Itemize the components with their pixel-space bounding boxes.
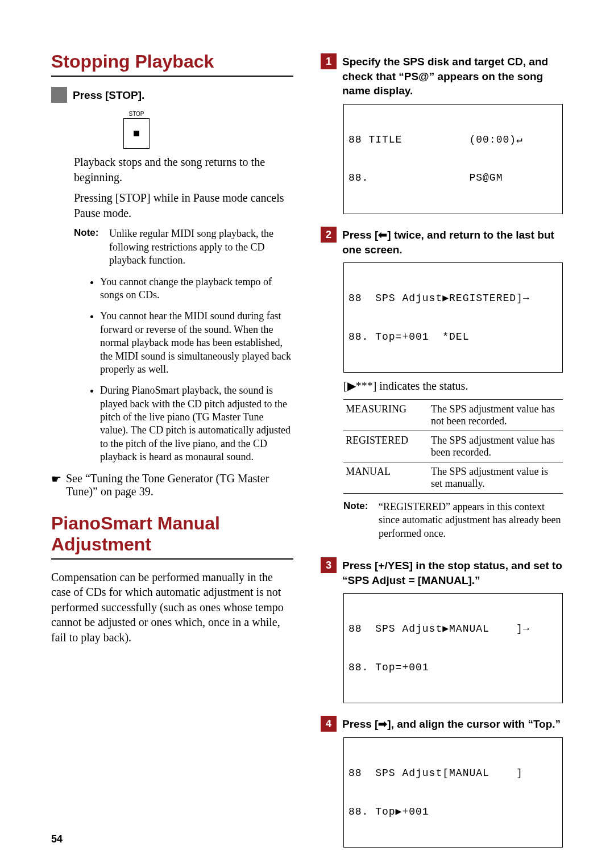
note-intro: Unlike regular MIDI song playback, the f… <box>109 227 293 267</box>
table-row: MANUAL The SPS adjustment value is set m… <box>343 462 563 493</box>
step-number: 4 <box>321 716 337 732</box>
status-val: The SPS adjustment value has been record… <box>429 431 563 462</box>
stop-icon <box>134 131 139 136</box>
stop-button-graphic <box>123 118 150 149</box>
step-number: 1 <box>321 53 337 69</box>
divider <box>51 558 293 560</box>
lcd-display-2: 88 SPS Adjust▶REGISTERED]→ 88. Top=+001 … <box>343 262 563 373</box>
para-playback-stops: Playback stops and the song returns to t… <box>74 155 293 185</box>
list-item: During PianoSmart playback, the sound is… <box>100 384 293 464</box>
step-1: 1 Specify the SPS disk and target CD, an… <box>321 53 563 98</box>
lcd-line: 88 SPS Adjust▶REGISTERED]→ <box>349 292 530 305</box>
table-row: REGISTERED The SPS adjustment value has … <box>343 431 563 462</box>
status-val: The SPS adjustment value is set manually… <box>429 462 563 493</box>
stop-label: STOP <box>108 111 165 117</box>
lcd-display-4: 88 SPS Adjust[MANUAL ] 88. Top▶+001 <box>343 737 563 848</box>
step-number-blank <box>51 87 67 103</box>
lcd-line: 88 SPS Adjust▶MANUAL ]→ <box>349 623 530 636</box>
step-2: 2 Press [⬅] twice, and return to the las… <box>321 227 563 257</box>
table-row: MEASURING The SPS adjustment value has n… <box>343 399 563 431</box>
restriction-list: You cannot change the playback tempo of … <box>90 276 293 464</box>
lcd-line: 88. Top=+001 <box>349 661 429 674</box>
status-key: MEASURING <box>343 399 429 431</box>
lcd-display-3: 88 SPS Adjust▶MANUAL ]→ 88. Top=+001 <box>343 593 563 703</box>
see-reference: ☛ See “Tuning the Tone Generator (TG Mas… <box>51 472 293 498</box>
status-key: REGISTERED <box>343 431 429 462</box>
stop-button-figure: STOP <box>108 111 165 149</box>
right-column: 1 Specify the SPS disk and target CD, an… <box>321 51 563 853</box>
list-item: You cannot hear the MIDI sound during fa… <box>100 310 293 376</box>
see-text: See “Tuning the Tone Generator (TG Maste… <box>66 472 293 498</box>
lcd-display-1: 88 TITLE (00:00)↵ 88. PS@GM <box>343 104 563 214</box>
para-pause-cancel: Pressing [STOP] while in Pause mode canc… <box>74 190 293 220</box>
step-1-title: Specify the SPS disk and target CD, and … <box>342 55 563 98</box>
left-column: Stopping Playback Press [STOP]. STOP Pla… <box>51 51 293 853</box>
list-item: You cannot change the playback tempo of … <box>100 276 293 302</box>
step-title-press-stop: Press [STOP]. <box>73 88 144 103</box>
step-number: 2 <box>321 227 337 243</box>
hand-pointer-icon: ☛ <box>51 473 61 498</box>
section-title-stopping-playback: Stopping Playback <box>51 51 293 72</box>
lcd-line: 88 SPS Adjust[MANUAL ] <box>349 767 523 780</box>
step-3-title: Press [+/YES] in the stop status, and se… <box>342 558 563 587</box>
lcd-line: 88. PS@GM <box>349 172 503 185</box>
page-number: 54 <box>51 833 63 845</box>
para-compensation: Compensation can be performed manually i… <box>51 570 293 645</box>
status-val: The SPS adjustment value has not been re… <box>429 399 563 431</box>
note-label: Note: <box>74 227 103 267</box>
step-4: 4 Press [➡], and align the cursor with “… <box>321 716 563 732</box>
status-table: MEASURING The SPS adjustment value has n… <box>343 399 563 494</box>
lcd-line: 88 TITLE (00:00)↵ <box>349 133 523 147</box>
status-key: MANUAL <box>343 462 429 493</box>
note-registered: Note: “REGISTERED” appears in this conte… <box>343 500 563 540</box>
note-text: “REGISTERED” appears in this context sin… <box>379 500 563 540</box>
divider <box>51 76 293 77</box>
step-4-title: Press [➡], and align the cursor with “To… <box>342 717 561 732</box>
note-label: Note: <box>343 500 373 540</box>
step-unlabeled-stop: Press [STOP]. <box>51 87 293 103</box>
section-title-pianosmart-manual: PianoSmart Manual Adjustment <box>51 513 293 555</box>
step-number: 3 <box>321 557 337 573</box>
step-3: 3 Press [+/YES] in the stop status, and … <box>321 557 563 587</box>
step-2-title: Press [⬅] twice, and return to the last … <box>342 228 563 257</box>
note-restrictions: Note: Unlike regular MIDI song playback,… <box>74 227 293 267</box>
lcd-line: 88. Top=+001 *DEL <box>349 331 469 344</box>
lcd-line: 88. Top▶+001 <box>349 806 429 819</box>
status-intro: [▶***] indicates the status. <box>343 378 563 394</box>
